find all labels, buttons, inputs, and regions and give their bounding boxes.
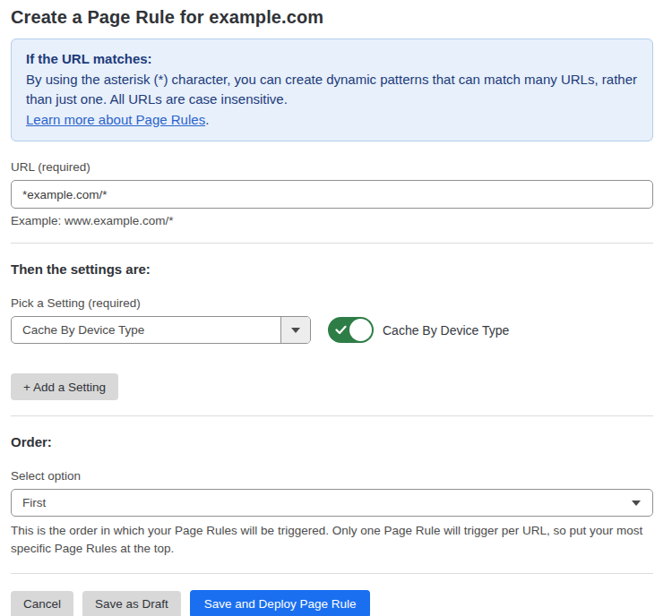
divider <box>11 573 653 574</box>
toggle-label: Cache By Device Type <box>383 323 509 338</box>
info-box-body: By using the asterisk (*) character, you… <box>26 70 638 110</box>
link-suffix: . <box>205 112 209 127</box>
chevron-down-icon[interactable] <box>280 317 310 343</box>
divider <box>11 243 653 244</box>
triangle-down-glyph <box>291 328 300 333</box>
order-select-value: First <box>12 496 652 509</box>
settings-section-heading: Then the settings are: <box>11 261 653 277</box>
chevron-down-icon <box>632 500 641 506</box>
setting-select-value: Cache By Device Type <box>12 323 280 337</box>
cache-device-toggle[interactable] <box>328 317 374 343</box>
order-helper-text: This is the order in which your Page Rul… <box>11 522 653 558</box>
url-match-info-box: If the URL matches: By using the asteris… <box>11 38 653 141</box>
setting-row: Cache By Device Type Cache By Device Typ… <box>11 316 653 344</box>
check-icon <box>335 325 347 335</box>
url-label: URL (required) <box>11 160 653 174</box>
save-deploy-button[interactable]: Save and Deploy Page Rule <box>190 590 371 616</box>
info-box-heading: If the URL matches: <box>26 49 638 70</box>
pick-setting-label: Pick a Setting (required) <box>11 296 653 310</box>
setting-select[interactable]: Cache By Device Type <box>11 316 311 344</box>
page-title: Create a Page Rule for example.com <box>11 7 653 28</box>
add-setting-button[interactable]: + Add a Setting <box>11 373 118 400</box>
divider <box>11 415 653 416</box>
info-box-link-line: Learn more about Page Rules. <box>26 110 638 131</box>
save-draft-button[interactable]: Save as Draft <box>82 591 181 616</box>
footer-actions: Cancel Save as Draft Save and Deploy Pag… <box>11 590 653 616</box>
create-page-rule-form: Create a Page Rule for example.com If th… <box>0 0 672 616</box>
learn-more-link[interactable]: Learn more about Page Rules <box>26 112 205 127</box>
select-option-label: Select option <box>11 469 653 483</box>
url-input[interactable] <box>11 180 653 209</box>
order-select[interactable]: First <box>11 489 653 517</box>
order-section-heading: Order: <box>11 434 653 449</box>
toggle-knob <box>349 319 372 341</box>
cancel-button[interactable]: Cancel <box>11 591 73 616</box>
url-helper-text: Example: www.example.com/* <box>11 214 653 227</box>
